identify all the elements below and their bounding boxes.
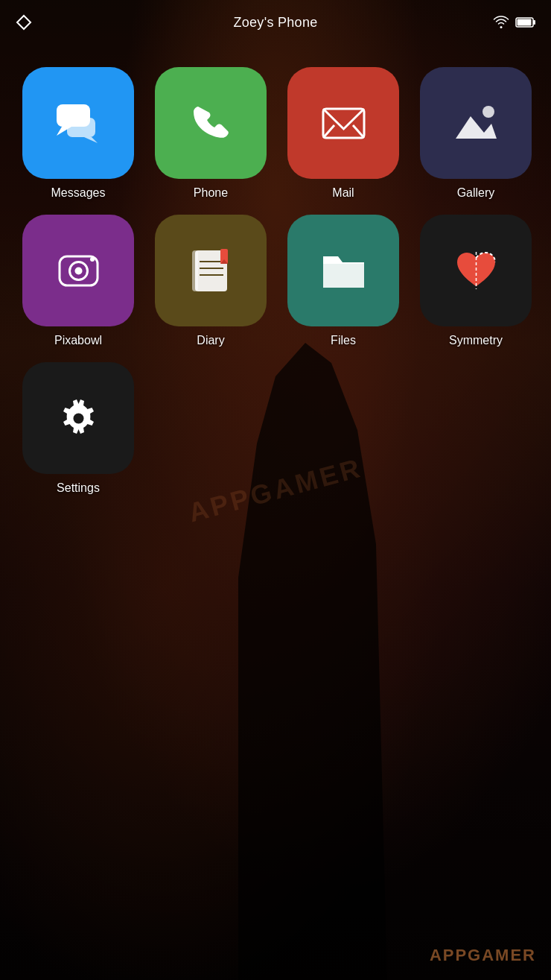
app-label-symmetry: Symmetry <box>449 334 503 347</box>
app-icon-messages <box>22 67 134 179</box>
app-icon-diary <box>155 215 267 326</box>
app-label-gallery: Gallery <box>457 186 495 200</box>
apps-row-3: Settings <box>22 362 529 495</box>
battery-icon <box>515 16 536 28</box>
svg-point-14 <box>74 267 82 274</box>
app-settings[interactable]: Settings <box>22 362 134 495</box>
svg-rect-5 <box>67 118 95 137</box>
status-title: Zoey's Phone <box>233 15 317 31</box>
svg-rect-2 <box>517 19 532 26</box>
app-icon-symmetry <box>420 215 532 326</box>
apps-container: Messages Phone Mail <box>0 45 551 495</box>
app-phone[interactable]: Phone <box>155 67 267 200</box>
app-gallery[interactable]: Gallery <box>420 67 532 200</box>
app-label-phone: Phone <box>194 186 228 200</box>
app-label-pixabowl: Pixabowl <box>54 334 102 347</box>
svg-rect-7 <box>323 109 364 138</box>
svg-point-11 <box>482 106 494 118</box>
app-pixabowl[interactable]: Pixabowl <box>22 215 134 347</box>
svg-rect-17 <box>192 250 198 291</box>
app-label-files: Files <box>331 334 356 347</box>
svg-point-15 <box>90 257 95 262</box>
app-symmetry[interactable]: Symmetry <box>420 215 532 347</box>
status-bar: Zoey's Phone <box>0 0 551 45</box>
app-mail[interactable]: Mail <box>287 67 399 200</box>
status-left <box>15 13 33 31</box>
app-label-settings: Settings <box>57 481 100 495</box>
svg-rect-1 <box>533 20 535 25</box>
app-diary[interactable]: Diary <box>155 215 267 347</box>
watermark-bottom: APPGAMER <box>430 946 536 965</box>
svg-point-25 <box>73 413 83 423</box>
app-files[interactable]: Files <box>287 215 399 347</box>
app-messages[interactable]: Messages <box>22 67 134 200</box>
svg-marker-10 <box>456 116 497 139</box>
svg-marker-6 <box>84 137 98 143</box>
apps-row-2: Pixabowl Diary <box>22 215 529 347</box>
svg-line-9 <box>353 125 364 138</box>
app-label-diary: Diary <box>197 334 224 347</box>
app-icon-files <box>287 215 399 326</box>
diamond-icon <box>15 13 33 31</box>
svg-line-8 <box>323 125 334 138</box>
apps-row-1: Messages Phone Mail <box>22 67 529 200</box>
app-label-messages: Messages <box>51 186 106 200</box>
app-icon-mail <box>287 67 399 179</box>
status-right <box>493 16 536 29</box>
app-icon-settings <box>22 362 134 474</box>
app-icon-gallery <box>420 67 532 179</box>
app-icon-pixabowl <box>22 215 134 326</box>
app-icon-phone <box>155 67 267 179</box>
wifi-icon <box>493 16 509 29</box>
app-label-mail: Mail <box>332 186 354 200</box>
